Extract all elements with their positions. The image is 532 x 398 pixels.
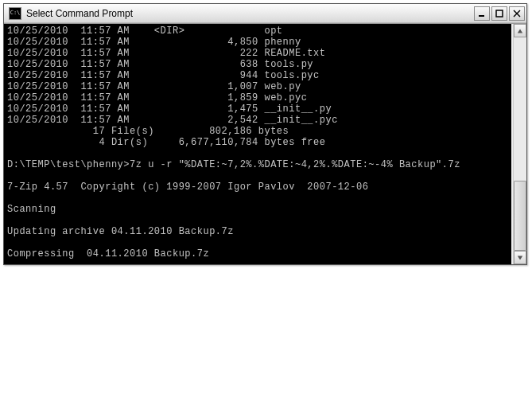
titlebar[interactable]: C:\ Select Command Prompt [4,4,526,23]
scrollbar-thumb[interactable] [514,181,526,251]
minimize-icon [478,10,486,18]
maximize-icon [495,10,503,18]
close-button[interactable] [509,6,525,21]
svg-marker-5 [518,256,522,259]
window-controls [474,6,525,21]
maximize-button[interactable] [491,6,507,21]
minimize-button[interactable] [474,6,490,21]
vertical-scrollbar[interactable] [513,24,526,264]
scroll-up-button[interactable] [514,24,526,37]
scrollbar-track[interactable] [514,37,526,251]
close-icon [513,10,521,18]
cmd-icon: C:\ [9,7,21,20]
console-area: 10/25/2010 11:57 AM <DIR> opt 10/25/2010… [4,23,526,264]
svg-marker-4 [518,29,522,33]
chevron-down-icon [517,255,523,261]
terminal-output[interactable]: 10/25/2010 11:57 AM <DIR> opt 10/25/2010… [4,24,513,264]
command-prompt-window: C:\ Select Command Prompt 10/25/2010 11:… [3,3,527,265]
scroll-down-button[interactable] [514,251,526,264]
chevron-up-icon [517,28,523,34]
window-title: Select Command Prompt [25,8,474,19]
svg-rect-1 [496,10,503,17]
